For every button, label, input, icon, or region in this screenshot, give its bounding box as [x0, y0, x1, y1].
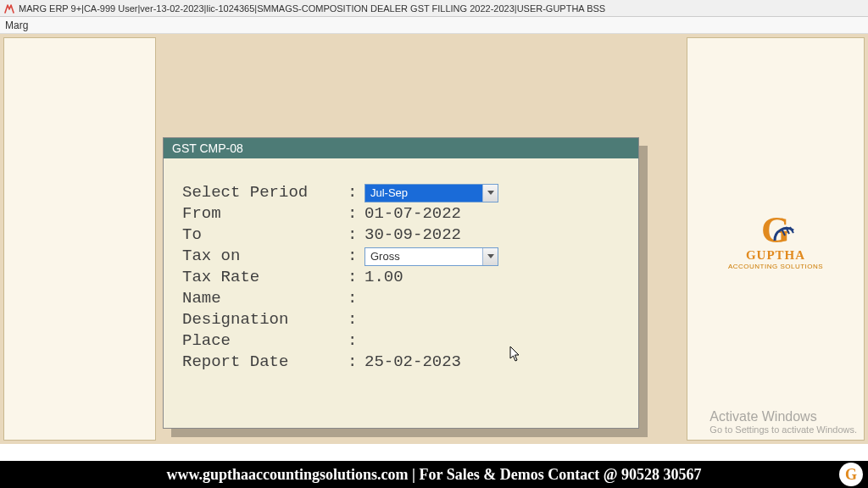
label-tax-on: Tax on	[182, 246, 348, 267]
logo-letter: G	[761, 208, 790, 252]
value-tax-rate[interactable]: 1.00	[364, 267, 620, 288]
colon: :	[348, 225, 364, 246]
brand-logo: G GUPTHA ACCOUNTING SOLUTIONS	[728, 208, 823, 270]
label-tax-rate: Tax Rate	[182, 267, 348, 288]
workspace: G GUPTHA ACCOUNTING SOLUTIONS Activate W…	[0, 34, 868, 444]
select-period-value: Jul-Sep	[365, 182, 482, 203]
label-report-date: Report Date	[182, 352, 348, 373]
logo-arc-icon	[773, 214, 797, 237]
label-name: Name	[182, 288, 348, 309]
label-select-period: Select Period	[182, 182, 348, 203]
menubar: Marg	[0, 17, 868, 34]
label-from: From	[182, 203, 348, 225]
footer-logo-icon: G	[839, 463, 863, 486]
footer-text: www.gupthaaccountingsolutions.com | For …	[167, 466, 702, 484]
dialog-body: Select Period : Jul-Sep From : 0	[164, 158, 638, 396]
windows-activation-watermark: Activate Windows Go to Settings to activ…	[709, 409, 857, 435]
window-title: MARG ERP 9+|CA-999 User|ver-13-02-2023|l…	[19, 3, 605, 14]
watermark-line1: Activate Windows	[709, 409, 857, 424]
watermark-line2: Go to Settings to activate Windows.	[709, 424, 857, 435]
value-to[interactable]: 30-09-2022	[364, 225, 620, 246]
left-panel	[3, 37, 156, 441]
app-icon	[3, 3, 15, 14]
tax-on-dropdown[interactable]: Gross	[364, 247, 498, 266]
logo-text-sub: ACCOUNTING SOLUTIONS	[728, 263, 823, 270]
colon: :	[348, 203, 364, 225]
menu-item-marg[interactable]: Marg	[5, 19, 28, 31]
footer-banner: www.gupthaaccountingsolutions.com | For …	[0, 461, 868, 488]
gst-cmp08-dialog: GST CMP-08 Select Period : Jul-Sep	[163, 137, 639, 429]
label-to: To	[182, 225, 348, 246]
colon: :	[348, 352, 364, 373]
dialog-container: GST CMP-08 Select Period : Jul-Sep	[163, 137, 648, 429]
window-titlebar: MARG ERP 9+|CA-999 User|ver-13-02-2023|l…	[0, 0, 868, 17]
select-period-dropdown[interactable]: Jul-Sep	[364, 184, 498, 202]
chevron-down-icon[interactable]	[482, 248, 498, 265]
colon: :	[348, 288, 364, 309]
tax-on-value: Gross	[365, 246, 482, 267]
value-report-date[interactable]: 25-02-2023	[364, 352, 620, 373]
dialog-title: GST CMP-08	[164, 138, 638, 158]
colon: :	[348, 246, 364, 267]
label-place: Place	[182, 330, 348, 352]
colon: :	[348, 182, 364, 203]
chevron-down-icon[interactable]	[482, 185, 498, 202]
label-designation: Designation	[182, 309, 348, 330]
right-panel: G GUPTHA ACCOUNTING SOLUTIONS Activate W…	[687, 37, 865, 441]
colon: :	[348, 267, 364, 288]
value-from[interactable]: 01-07-2022	[364, 203, 620, 225]
colon: :	[348, 330, 364, 352]
colon: :	[348, 309, 364, 330]
